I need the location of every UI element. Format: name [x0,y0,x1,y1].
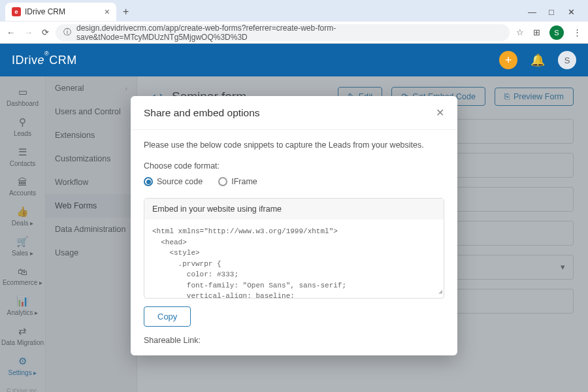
close-icon[interactable]: ✕ [436,106,444,119]
back-icon[interactable]: ← [7,27,15,37]
radio-source-code[interactable]: Source code [144,177,203,186]
bookmark-icon[interactable]: ☆ [516,27,524,37]
brand-logo[interactable]: IDrive®CRM [12,54,77,67]
browser-chrome: e IDrive CRM × + — □ ✕ ← → ⟳ ⓘ design.de… [0,0,588,44]
radio-icon [144,177,153,186]
avatar[interactable]: S [558,51,576,69]
app-shell: ▭Dashboard⚲Leads☰Contacts🏛Accounts👍Deals… [0,76,588,392]
browser-tab[interactable]: e IDrive CRM × [5,3,116,21]
tab-close-icon[interactable]: × [105,7,110,17]
code-textarea[interactable]: <html xmlns="http://www.w3.org/1999/xhtm… [144,220,444,298]
choose-label: Choose code format: [144,161,444,171]
modal-overlay[interactable]: Share and embed options ✕ Please use the… [0,76,588,392]
reload-icon[interactable]: ⟳ [42,27,49,37]
modal-head: Share and embed options ✕ [131,96,457,130]
embed-modal: Share and embed options ✕ Please use the… [131,96,457,355]
forward-icon[interactable]: → [24,27,33,37]
url-input[interactable]: ⓘ design.devidrivecrm.com/app/create-web… [56,24,510,41]
header-actions: + 🔔 S [499,51,576,69]
close-window-icon[interactable]: ✕ [567,7,575,17]
nav-arrows: ← → ⟳ [7,27,49,37]
shareable-link-label: Shareable Link: [144,336,444,345]
extensions-icon[interactable]: ⊞ [533,27,540,37]
notifications-icon[interactable]: 🔔 [531,53,545,67]
minimize-icon[interactable]: — [528,7,536,17]
code-box: Embed in your website using iframe <html… [144,198,444,299]
add-button[interactable]: + [499,51,517,69]
window-controls: — □ ✕ [528,7,583,17]
tab-bar: e IDrive CRM × + — □ ✕ [0,0,588,21]
favicon: e [12,7,21,16]
app-header: IDrive®CRM + 🔔 S [0,44,588,76]
maximize-icon[interactable]: □ [547,7,555,17]
modal-title: Share and embed options [144,107,260,119]
modal-intro: Please use the below code snippets to ca… [144,140,444,150]
code-box-title: Embed in your website using iframe [144,199,444,220]
browser-menu-icon[interactable]: ⋮ [573,27,581,37]
modal-body: Please use the below code snippets to ca… [131,130,457,355]
code-format-radios: Source code IFrame [144,177,444,186]
resize-handle-icon[interactable]: ◢ [438,287,442,297]
new-tab-button[interactable]: + [123,6,129,18]
radio-iframe[interactable]: IFrame [218,177,257,186]
addr-actions: ☆ ⊞ S ⋮ [516,25,581,40]
address-bar: ← → ⟳ ⓘ design.devidrivecrm.com/app/crea… [0,21,588,43]
url-text: design.devidrivecrm.com/app/create-web-f… [76,24,502,42]
copy-button[interactable]: Copy [144,306,191,327]
tab-title: IDrive CRM [25,7,65,16]
site-info-icon[interactable]: ⓘ [63,27,71,38]
browser-profile[interactable]: S [549,25,564,40]
radio-icon [218,177,227,186]
